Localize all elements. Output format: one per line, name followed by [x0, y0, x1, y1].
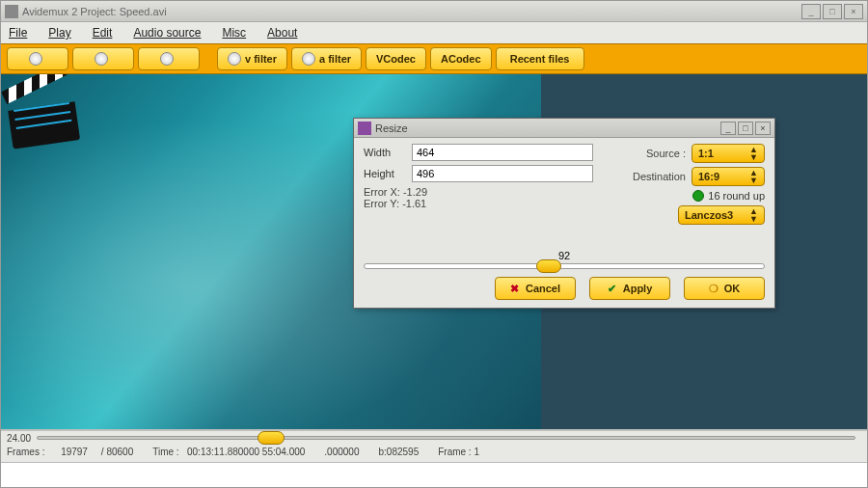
width-label: Width [364, 147, 406, 158]
resize-slider[interactable] [364, 263, 765, 269]
resize-dialog: Resize _ □ × Width Height Error X: -1.29… [353, 118, 775, 309]
method-select[interactable]: Lanczos3▲▼ [678, 205, 765, 225]
dialog-minimize-button[interactable]: _ [720, 122, 736, 135]
info-button[interactable] [72, 47, 134, 70]
menu-play[interactable]: Play [48, 26, 70, 40]
main-title-text: Avidemux 2 Project: Speed.avi [22, 6, 167, 17]
dialog-close-button[interactable]: × [755, 122, 771, 135]
position-label: 24.00 [7, 433, 31, 444]
bottom-bar [1, 462, 867, 487]
ok-icon: ❍ [709, 283, 720, 294]
round-checkbox[interactable] [692, 190, 704, 202]
toolbar: v filter a filter VCodec ACodec Recent f… [1, 43, 867, 74]
time-value: 00:13:11.880000 55:04.000 [187, 447, 305, 457]
updown-icon: ▲▼ [749, 169, 758, 184]
menu-edit[interactable]: Edit [93, 26, 113, 40]
minimize-button[interactable]: _ [801, 4, 821, 19]
dialog-title: Resize [375, 122, 408, 134]
frame-current: 19797 [61, 447, 88, 457]
check-icon: ✔ [608, 283, 619, 294]
timeline-knob[interactable] [258, 431, 285, 445]
info-icon [95, 52, 108, 66]
maximize-button[interactable]: □ [823, 4, 842, 19]
save-button[interactable] [138, 47, 200, 70]
cancel-button[interactable]: ✖Cancel [495, 277, 576, 300]
vfilter-button[interactable]: v filter [217, 47, 287, 70]
dialog-icon [358, 122, 371, 135]
frame-index: Frame : 1 [438, 447, 479, 457]
resize-slider-value: 92 [558, 250, 570, 261]
open-button[interactable] [7, 47, 68, 70]
updown-icon: ▲▼ [749, 207, 758, 223]
vcodec-button[interactable]: VCodec [366, 47, 426, 70]
frame-total: 80600 [106, 447, 133, 457]
acodec-button[interactable]: ACodec [430, 47, 492, 70]
round-label: 16 round up [708, 190, 765, 202]
folder-icon [29, 52, 42, 66]
frames-label: Frames : [7, 447, 44, 457]
x-icon: ✖ [510, 283, 522, 294]
bitrate-value: b:082595 [378, 447, 419, 457]
rate-value: .000000 [324, 447, 359, 457]
menu-about[interactable]: About [267, 26, 297, 40]
error-x: Error X: -1.29 [364, 186, 593, 198]
app-icon [5, 5, 18, 18]
updown-icon: ▲▼ [749, 146, 758, 161]
clapperboard-icon [5, 81, 79, 146]
vfilter-icon [228, 52, 241, 66]
afilter-icon [302, 52, 315, 66]
apply-button[interactable]: ✔Apply [589, 277, 670, 300]
menu-audio-source[interactable]: Audio source [133, 26, 201, 40]
main-titlebar[interactable]: Avidemux 2 Project: Speed.avi _ □ × [1, 1, 867, 22]
save-icon [160, 52, 174, 66]
recent-files-button[interactable]: Recent files [496, 47, 584, 70]
close-button[interactable]: × [844, 4, 863, 19]
height-label: Height [364, 168, 406, 179]
destination-label: Destination [633, 171, 686, 182]
timeline-slider[interactable] [37, 436, 855, 440]
afilter-button[interactable]: a filter [291, 47, 362, 70]
error-y: Error Y: -1.61 [364, 198, 593, 209]
time-label: Time : [152, 447, 178, 457]
status-area: 24.00 Frames : 19797 / 80600 Time : 00:1… [1, 429, 867, 462]
source-label: Source : [646, 148, 686, 159]
menu-misc[interactable]: Misc [222, 26, 246, 40]
height-input[interactable] [412, 165, 593, 182]
menu-file[interactable]: File [9, 26, 27, 40]
ok-button[interactable]: ❍OK [684, 277, 765, 300]
menubar: File Play Edit Audio source Misc About [1, 22, 867, 43]
width-input[interactable] [412, 144, 593, 161]
source-aspect-select[interactable]: 1:1▲▼ [692, 144, 765, 163]
dialog-titlebar[interactable]: Resize _ □ × [354, 119, 774, 138]
destination-aspect-select[interactable]: 16:9▲▼ [692, 167, 765, 186]
resize-slider-knob[interactable] [536, 259, 561, 273]
dialog-maximize-button[interactable]: □ [738, 122, 753, 135]
